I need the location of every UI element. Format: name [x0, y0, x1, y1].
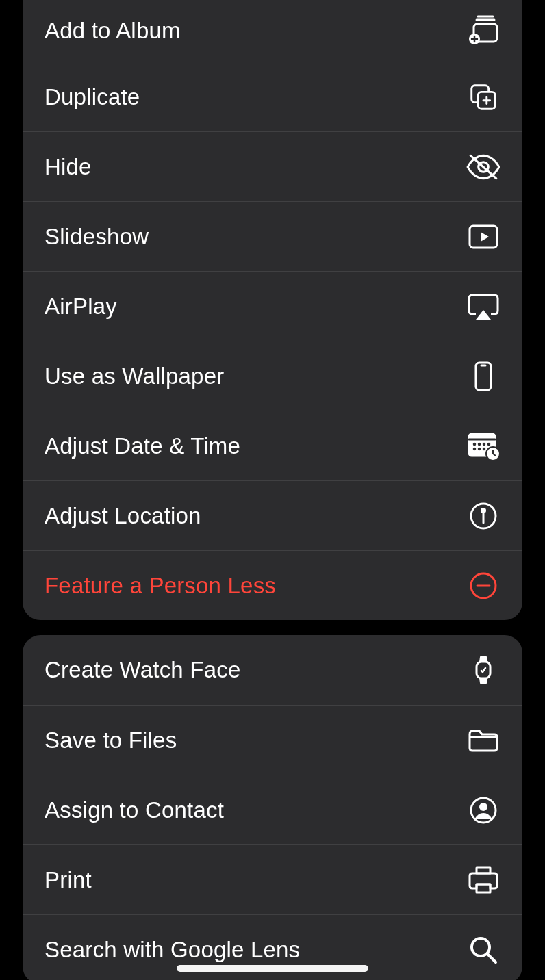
calendar-clock-icon — [465, 428, 502, 465]
menu-item-use-as-wallpaper[interactable]: Use as Wallpaper — [23, 341, 522, 411]
home-indicator[interactable] — [177, 965, 368, 972]
menu-item-assign-to-contact[interactable]: Assign to Contact — [23, 775, 522, 844]
menu-item-label: Hide — [45, 154, 465, 180]
menu-item-slideshow[interactable]: Slideshow — [23, 201, 522, 271]
menu-item-label: Print — [45, 867, 465, 893]
svg-point-18 — [479, 443, 480, 444]
menu-item-label: AirPlay — [45, 294, 465, 320]
svg-point-17 — [474, 443, 475, 444]
folder-icon — [465, 722, 502, 759]
menu-item-duplicate[interactable]: Duplicate — [23, 62, 522, 131]
play-rect-icon — [465, 218, 502, 255]
menu-item-label: Use as Wallpaper — [45, 363, 465, 389]
minus-circle-icon — [465, 567, 502, 604]
airplay-icon — [465, 288, 502, 325]
menu-item-add-to-album[interactable]: Add to Album — [23, 0, 522, 62]
duplicate-icon — [465, 79, 502, 116]
menu-item-airplay[interactable]: AirPlay — [23, 271, 522, 341]
eye-slash-icon — [465, 149, 502, 185]
watch-icon — [465, 652, 502, 688]
printer-icon — [465, 862, 502, 899]
action-group-1: Add to Album Duplicate — [23, 0, 522, 620]
menu-item-label: Slideshow — [45, 224, 465, 250]
pin-circle-icon — [465, 498, 502, 534]
menu-item-adjust-location[interactable]: Adjust Location — [23, 480, 522, 550]
menu-item-print[interactable]: Print — [23, 844, 522, 914]
menu-item-label: Save to Files — [45, 727, 465, 753]
svg-rect-37 — [477, 884, 490, 892]
menu-item-label: Create Watch Face — [45, 657, 465, 683]
svg-point-20 — [488, 443, 490, 444]
menu-item-label: Adjust Date & Time — [45, 433, 465, 459]
menu-item-label: Feature a Person Less — [45, 573, 465, 599]
menu-item-label: Adjust Location — [45, 503, 465, 529]
menu-item-hide[interactable]: Hide — [23, 131, 522, 201]
album-add-icon — [465, 12, 502, 49]
menu-item-label: Duplicate — [45, 84, 465, 110]
svg-line-39 — [487, 954, 496, 962]
menu-item-label: Assign to Contact — [45, 797, 465, 823]
menu-item-adjust-date-time[interactable]: Adjust Date & Time — [23, 411, 522, 480]
svg-point-35 — [479, 803, 487, 811]
svg-point-21 — [474, 448, 475, 449]
phone-icon — [465, 358, 502, 395]
svg-point-23 — [483, 448, 485, 449]
menu-item-create-watch-face[interactable]: Create Watch Face — [23, 635, 522, 705]
svg-point-22 — [479, 448, 480, 449]
menu-item-feature-person-less[interactable]: Feature a Person Less — [23, 550, 522, 620]
svg-point-19 — [483, 443, 485, 444]
search-icon — [465, 931, 502, 968]
svg-rect-13 — [476, 363, 491, 390]
action-sheet: Add to Album Duplicate — [23, 0, 522, 980]
person-circle-icon — [465, 792, 502, 829]
menu-item-label: Add to Album — [45, 18, 465, 44]
menu-item-save-to-files[interactable]: Save to Files — [23, 705, 522, 775]
menu-item-label: Search with Google Lens — [45, 937, 465, 963]
action-group-2: Create Watch Face Save to Files Assi — [23, 635, 522, 980]
